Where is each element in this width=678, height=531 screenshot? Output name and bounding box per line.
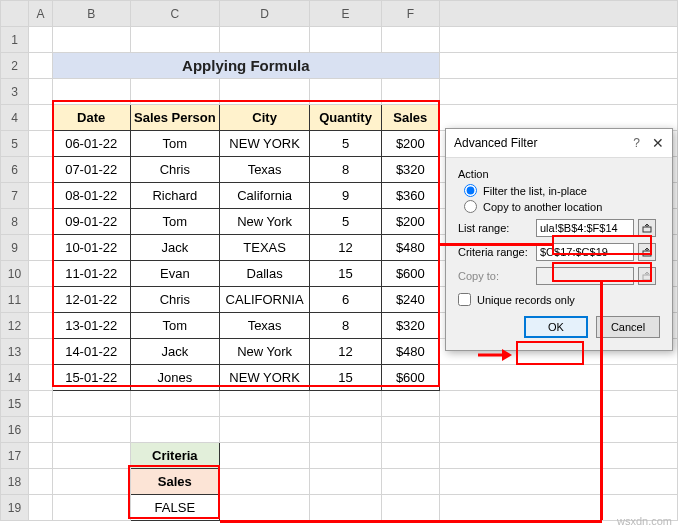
criteria-title[interactable]: Criteria: [130, 443, 220, 469]
row-header-18[interactable]: 18: [1, 469, 29, 495]
cell[interactable]: [29, 27, 53, 53]
table-cell[interactable]: $360: [381, 183, 439, 209]
table-cell[interactable]: 07-01-22: [52, 157, 130, 183]
table-cell[interactable]: Texas: [220, 313, 310, 339]
col-header-C[interactable]: C: [130, 1, 220, 27]
col-header-E[interactable]: E: [310, 1, 382, 27]
table-cell[interactable]: 14-01-22: [52, 339, 130, 365]
cell[interactable]: [220, 495, 310, 521]
cell[interactable]: [29, 287, 53, 313]
table-cell[interactable]: Chris: [130, 157, 220, 183]
table-cell[interactable]: 12-01-22: [52, 287, 130, 313]
row-header-3[interactable]: 3: [1, 79, 29, 105]
table-cell[interactable]: 5: [310, 209, 382, 235]
row-header-19[interactable]: 19: [1, 495, 29, 521]
cell[interactable]: [52, 443, 130, 469]
cell[interactable]: [52, 495, 130, 521]
table-cell[interactable]: New York: [220, 209, 310, 235]
cell[interactable]: [130, 27, 220, 53]
row-header-11[interactable]: 11: [1, 287, 29, 313]
cell[interactable]: [29, 495, 53, 521]
row-header-13[interactable]: 13: [1, 339, 29, 365]
cell[interactable]: [29, 443, 53, 469]
cell[interactable]: [310, 391, 382, 417]
cell[interactable]: [29, 469, 53, 495]
cell[interactable]: [29, 53, 53, 79]
th-city[interactable]: City: [220, 105, 310, 131]
row-header-8[interactable]: 8: [1, 209, 29, 235]
table-cell[interactable]: 11-01-22: [52, 261, 130, 287]
table-cell[interactable]: Tom: [130, 313, 220, 339]
table-cell[interactable]: $480: [381, 235, 439, 261]
cell[interactable]: [310, 469, 382, 495]
cell[interactable]: [381, 495, 439, 521]
cell[interactable]: [439, 105, 677, 131]
cell[interactable]: [439, 391, 677, 417]
table-cell[interactable]: 8: [310, 313, 382, 339]
page-title[interactable]: Applying Formula: [52, 53, 439, 79]
row-header-6[interactable]: 6: [1, 157, 29, 183]
cell[interactable]: [381, 469, 439, 495]
table-cell[interactable]: 15-01-22: [52, 365, 130, 391]
table-cell[interactable]: 9: [310, 183, 382, 209]
row-header-12[interactable]: 12: [1, 313, 29, 339]
cell[interactable]: [29, 261, 53, 287]
table-cell[interactable]: $200: [381, 209, 439, 235]
table-cell[interactable]: CALIFORNIA: [220, 287, 310, 313]
table-cell[interactable]: $200: [381, 131, 439, 157]
row-header-9[interactable]: 9: [1, 235, 29, 261]
row-header-1[interactable]: 1: [1, 27, 29, 53]
row-header-14[interactable]: 14: [1, 365, 29, 391]
cell[interactable]: [439, 443, 677, 469]
col-header-F[interactable]: F: [381, 1, 439, 27]
cell[interactable]: [29, 365, 53, 391]
criteria-range-input[interactable]: [536, 243, 634, 261]
row-header-15[interactable]: 15: [1, 391, 29, 417]
cell[interactable]: [439, 365, 677, 391]
table-cell[interactable]: $320: [381, 157, 439, 183]
cell[interactable]: [29, 131, 53, 157]
table-cell[interactable]: Texas: [220, 157, 310, 183]
cell[interactable]: [130, 391, 220, 417]
table-cell[interactable]: $600: [381, 261, 439, 287]
criteria-header[interactable]: Sales: [130, 469, 220, 495]
row-header-7[interactable]: 7: [1, 183, 29, 209]
cell[interactable]: [29, 183, 53, 209]
cell[interactable]: [439, 417, 677, 443]
cell[interactable]: [439, 53, 677, 79]
cell[interactable]: [439, 469, 677, 495]
table-cell[interactable]: $600: [381, 365, 439, 391]
table-cell[interactable]: $240: [381, 287, 439, 313]
cell[interactable]: [29, 235, 53, 261]
cell[interactable]: [310, 443, 382, 469]
range-select-icon[interactable]: [638, 243, 656, 261]
cell[interactable]: [29, 313, 53, 339]
th-salesperson[interactable]: Sales Person: [130, 105, 220, 131]
table-cell[interactable]: 15: [310, 365, 382, 391]
table-cell[interactable]: $320: [381, 313, 439, 339]
cell[interactable]: [52, 469, 130, 495]
cell[interactable]: [220, 391, 310, 417]
cell[interactable]: [52, 79, 130, 105]
cell[interactable]: [29, 157, 53, 183]
table-cell[interactable]: Dallas: [220, 261, 310, 287]
cell[interactable]: [29, 391, 53, 417]
col-header-A[interactable]: A: [29, 1, 53, 27]
table-cell[interactable]: 09-01-22: [52, 209, 130, 235]
table-cell[interactable]: $480: [381, 339, 439, 365]
row-header-2[interactable]: 2: [1, 53, 29, 79]
table-cell[interactable]: 12: [310, 339, 382, 365]
cell[interactable]: [220, 443, 310, 469]
table-cell[interactable]: Tom: [130, 209, 220, 235]
table-cell[interactable]: Richard: [130, 183, 220, 209]
row-header-5[interactable]: 5: [1, 131, 29, 157]
cell[interactable]: [52, 27, 130, 53]
cell[interactable]: [220, 79, 310, 105]
table-cell[interactable]: NEW YORK: [220, 365, 310, 391]
table-cell[interactable]: Jack: [130, 339, 220, 365]
cell[interactable]: [130, 417, 220, 443]
range-select-icon[interactable]: [638, 219, 656, 237]
criteria-value[interactable]: FALSE: [130, 495, 220, 521]
col-header-D[interactable]: D: [220, 1, 310, 27]
ok-button[interactable]: OK: [524, 316, 588, 338]
